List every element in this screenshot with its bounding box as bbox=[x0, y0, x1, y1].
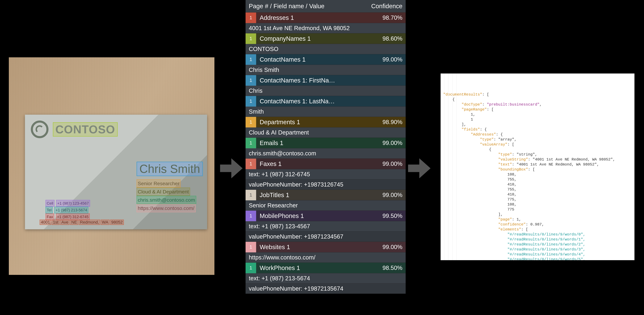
result-row[interactable]: 1CompanyNames 198.60% bbox=[246, 33, 406, 44]
field-value: 4001 1st Ave NE Redmond, WA 98052 bbox=[246, 23, 406, 33]
fax-label-highlight: Fax bbox=[46, 213, 54, 220]
card-address-row: 40011stAveNERedmond,WA98052 bbox=[40, 220, 124, 225]
json-line: ], bbox=[443, 122, 632, 127]
result-row[interactable]: 1MobilePhones 199.50% bbox=[246, 210, 406, 221]
result-row[interactable]: 1Addresses 198.70% bbox=[246, 12, 406, 23]
page-badge: 1 bbox=[246, 54, 256, 65]
department-highlight: Cloud & AI Department bbox=[136, 188, 190, 196]
json-line: "#/readResults/0/lines/9/words/3", bbox=[443, 247, 632, 252]
field-name: Addresses 1 bbox=[256, 14, 382, 21]
json-line: "type": "array", bbox=[443, 137, 632, 142]
field-value: CONTOSO bbox=[246, 44, 406, 54]
field-name: Emails 1 bbox=[256, 140, 382, 147]
result-row[interactable]: 1Emails 199.00% bbox=[246, 138, 406, 148]
logo-row: CONTOSO bbox=[31, 121, 118, 138]
page-badge: 1 bbox=[246, 211, 256, 221]
json-line: "#/readResults/0/lines/9/words/5", bbox=[443, 257, 632, 260]
page-badge: 1 bbox=[246, 138, 256, 148]
address-token-highlight: NE bbox=[70, 220, 78, 225]
field-value: text: +1 (987) 123-4567 bbox=[246, 221, 406, 231]
job-title-highlight: Senior Researcher bbox=[136, 179, 180, 188]
company-name-highlight: CONTOSO bbox=[53, 122, 118, 137]
json-line: "pageRange": [ bbox=[443, 107, 632, 112]
tel-number-highlight: +1 (987) 213-5674 bbox=[54, 207, 88, 213]
field-value: Chris bbox=[246, 86, 406, 96]
field-value: valuePhoneNumber: +19872135674 bbox=[246, 283, 406, 294]
json-line: 1, bbox=[443, 112, 632, 117]
card-phones-column: Cell +1 (987) 123-4567 Tel +1 (987) 213-… bbox=[46, 200, 90, 220]
address-token-highlight: WA bbox=[101, 220, 110, 225]
json-line: 410, bbox=[443, 192, 632, 197]
email-highlight: chris.smith@contoso.com bbox=[136, 196, 196, 204]
json-line: 108, bbox=[443, 172, 632, 177]
json-line: "#/readResults/0/lines/9/words/4", bbox=[443, 252, 632, 257]
confidence-value: 99.00% bbox=[382, 244, 406, 250]
page-badge: 1 bbox=[246, 263, 256, 273]
json-line: "elements": [ bbox=[443, 227, 632, 232]
results-table-header: Page # / Field name / Value Confidence bbox=[246, 0, 406, 12]
field-value: valuePhoneNumber: +19871234567 bbox=[246, 231, 406, 242]
json-line: 775, bbox=[443, 197, 632, 202]
field-name: JobTitles 1 bbox=[256, 192, 382, 199]
result-row[interactable]: 1ContactNames 1: LastNa… bbox=[246, 96, 406, 106]
field-value: text: +1 (987) 213-5674 bbox=[246, 273, 406, 283]
json-code-block: "documentResults": [ { "docType": "prebu… bbox=[443, 92, 632, 260]
result-row[interactable]: 1JobTitles 199.00% bbox=[246, 190, 406, 200]
field-value: valuePhoneNumber: +19873126745 bbox=[246, 179, 406, 190]
field-name: ContactNames 1 bbox=[256, 56, 382, 63]
contact-name-highlight: Chris Smith bbox=[136, 162, 203, 176]
address-token-highlight: Ave bbox=[60, 220, 70, 225]
json-line: "valueArray": [ bbox=[443, 142, 632, 147]
result-row[interactable]: 1Websites 199.00% bbox=[246, 242, 406, 252]
field-name: Faxes 1 bbox=[256, 160, 382, 167]
field-value: Senior Researcher bbox=[246, 200, 406, 210]
json-line: 775 bbox=[443, 207, 632, 212]
json-line: 410, bbox=[443, 182, 632, 187]
address-token-highlight: 98052 bbox=[110, 220, 124, 225]
page-badge: 1 bbox=[246, 96, 256, 107]
json-line: 1 bbox=[443, 117, 632, 122]
website-highlight: https://www.contoso.com/ bbox=[136, 204, 196, 212]
json-line: 108, bbox=[443, 202, 632, 207]
tel-label-highlight: Tel bbox=[46, 207, 53, 213]
json-line: "documentResults": [ bbox=[443, 92, 632, 97]
field-value: https://www.contoso.com/ bbox=[246, 252, 406, 262]
json-line: "text": "4001 1st Ave NE Redmond, WA 980… bbox=[443, 162, 632, 167]
json-line: "type": "string", bbox=[443, 152, 632, 157]
address-token-highlight: 4001 bbox=[40, 220, 51, 225]
json-output-panel: "documentResults": [ { "docType": "prebu… bbox=[440, 74, 634, 260]
json-line: ], bbox=[443, 212, 632, 217]
address-token-highlight: Redmond, bbox=[79, 220, 100, 225]
results-table-panel: Page # / Field name / Value Confidence 1… bbox=[246, 0, 406, 294]
page-badge: 1 bbox=[246, 75, 256, 86]
json-line: { bbox=[443, 147, 632, 152]
json-line: "docType": "prebuilt:businesscard", bbox=[443, 102, 632, 107]
header-left-label: Page # / Field name / Value bbox=[249, 3, 324, 10]
result-row[interactable]: 1ContactNames 1: FirstNa… bbox=[246, 75, 406, 86]
json-line: "valueString": "4001 1st Ave NE Redmond,… bbox=[443, 157, 632, 162]
page-badge: 1 bbox=[246, 117, 256, 127]
result-row[interactable]: 1ContactNames 199.00% bbox=[246, 54, 406, 65]
confidence-value: 98.50% bbox=[382, 264, 406, 271]
confidence-value: 98.90% bbox=[382, 119, 406, 125]
confidence-value: 99.00% bbox=[382, 140, 406, 146]
confidence-value: 99.50% bbox=[382, 213, 406, 219]
field-name: ContactNames 1: LastNa… bbox=[256, 98, 402, 105]
field-name: Departments 1 bbox=[256, 119, 382, 126]
json-line: "Addresses": { bbox=[443, 132, 632, 137]
json-line: "#/readResults/0/lines/9/words/2", bbox=[443, 242, 632, 247]
result-row[interactable]: 1WorkPhones 198.50% bbox=[246, 262, 406, 273]
results-table: Page # / Field name / Value Confidence 1… bbox=[246, 0, 406, 294]
field-name: MobilePhones 1 bbox=[256, 212, 382, 219]
json-line: "page": 1, bbox=[443, 217, 632, 222]
page-badge: 1 bbox=[246, 13, 256, 23]
result-row[interactable]: 1Faxes 199.00% bbox=[246, 158, 406, 169]
field-name: WorkPhones 1 bbox=[256, 264, 382, 271]
business-card: CONTOSO Chris Smith Senior Researcher Cl… bbox=[25, 115, 207, 229]
confidence-value: 98.60% bbox=[382, 35, 406, 42]
field-name: Websites 1 bbox=[256, 243, 382, 251]
json-line: 755, bbox=[443, 187, 632, 192]
result-row[interactable]: 1Departments 198.90% bbox=[246, 117, 406, 127]
page-badge: 1 bbox=[246, 190, 256, 200]
page-badge: 1 bbox=[246, 242, 256, 252]
